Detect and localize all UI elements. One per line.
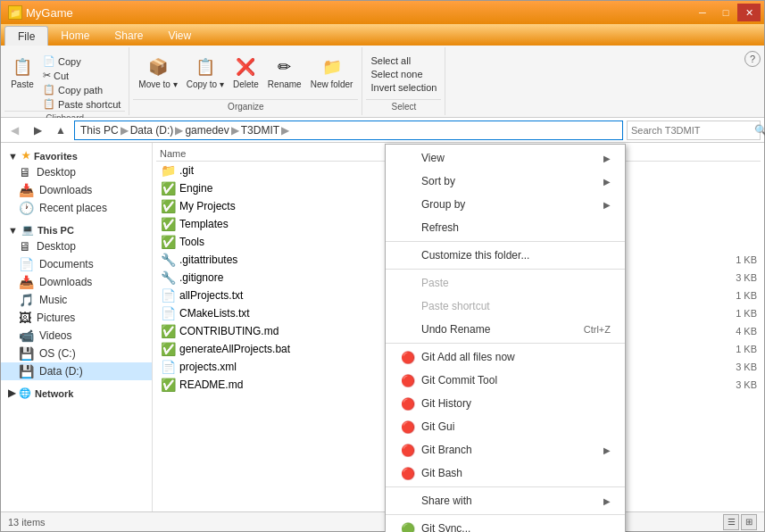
ctx-view-label: View: [421, 152, 445, 164]
ctx-git-bash[interactable]: 🔴 Git Bash: [386, 461, 625, 485]
context-menu-overlay: View ▶ Sort by ▶ Group by ▶: [1, 1, 764, 531]
ctx-git-branch-label: Git Branch: [421, 444, 472, 456]
ctx-customize-label: Customize this folder...: [421, 249, 529, 262]
ctx-git-add-icon: 🔴: [400, 349, 416, 365]
ctx-sep-1: [386, 241, 625, 242]
ctx-git-add-label: Git Add all files now: [421, 351, 515, 363]
ctx-sep-2: [386, 269, 625, 270]
ctx-git-bash-icon: 🔴: [400, 465, 416, 481]
ctx-git-history[interactable]: 🔴 Git History: [386, 392, 625, 415]
ctx-group-by[interactable]: Group by ▶: [386, 193, 625, 216]
ctx-sort-label: Sort by: [421, 175, 455, 187]
ctx-sep-4: [386, 486, 625, 487]
ctx-git-gui-icon: 🔴: [400, 419, 416, 435]
ctx-paste-shortcut-icon: [400, 298, 416, 314]
ctx-view-arrow: ▶: [603, 154, 611, 163]
ctx-view-icon: [400, 150, 416, 166]
ctx-sort-by[interactable]: Sort by ▶: [386, 170, 625, 193]
ctx-sep-3: [386, 343, 625, 344]
ctx-share-label: Share with: [421, 495, 472, 507]
ctx-git-gui[interactable]: 🔴 Git Gui: [386, 415, 625, 438]
ctx-paste-label: Paste: [421, 277, 449, 289]
ctx-undo-shortcut: Ctrl+Z: [584, 324, 611, 335]
ctx-git-add[interactable]: 🔴 Git Add all files now: [386, 345, 625, 369]
ctx-paste[interactable]: Paste: [386, 271, 625, 295]
ctx-git-sync-icon: 🟢: [400, 520, 416, 532]
ctx-paste-shortcut[interactable]: Paste shortcut: [386, 295, 625, 318]
ctx-group-icon: [400, 196, 416, 212]
ctx-group-arrow: ▶: [603, 200, 611, 210]
ctx-customize-icon: [400, 247, 416, 263]
ctx-git-branch[interactable]: 🔴 Git Branch ▶: [386, 438, 625, 461]
ctx-group-label: Group by: [421, 198, 465, 211]
context-menu: View ▶ Sort by ▶ Group by ▶: [385, 144, 626, 532]
ctx-paste-shortcut-label: Paste shortcut: [421, 300, 490, 312]
ctx-refresh-label: Refresh: [421, 221, 459, 234]
ctx-git-sync-label: Git Sync...: [421, 522, 470, 532]
ctx-git-bash-label: Git Bash: [421, 467, 462, 479]
ctx-share-icon: [400, 493, 416, 509]
window: 📁 MyGame ─ □ ✕ File Home Share View 📋 Pa…: [0, 0, 765, 532]
ctx-sep-5: [386, 514, 625, 515]
ctx-sort-icon: [400, 173, 416, 189]
ctx-paste-icon: [400, 275, 416, 291]
ctx-view[interactable]: View ▶: [386, 146, 625, 170]
ctx-share-arrow: ▶: [603, 496, 611, 506]
ctx-git-gui-label: Git Gui: [421, 420, 454, 433]
ctx-git-commit-tool[interactable]: 🔴 Git Commit Tool: [386, 369, 625, 392]
ctx-git-branch-icon: 🔴: [400, 442, 416, 458]
ctx-git-commit-tool-icon: 🔴: [400, 372, 416, 388]
ctx-refresh-icon: [400, 220, 416, 236]
ctx-refresh[interactable]: Refresh: [386, 216, 625, 239]
ctx-undo-rename[interactable]: Undo Rename Ctrl+Z: [386, 318, 625, 341]
ctx-undo-icon: [400, 321, 416, 337]
ctx-sort-arrow: ▶: [603, 177, 611, 187]
ctx-undo-label: Undo Rename: [421, 323, 490, 336]
ctx-git-sync[interactable]: 🟢 Git Sync...: [386, 517, 625, 532]
ctx-git-history-label: Git History: [421, 397, 471, 410]
ctx-customize[interactable]: Customize this folder...: [386, 244, 625, 267]
ctx-share-with[interactable]: Share with ▶: [386, 489, 625, 512]
ctx-git-commit-tool-label: Git Commit Tool: [421, 374, 497, 387]
ctx-git-branch-arrow: ▶: [603, 445, 611, 455]
ctx-git-history-icon: 🔴: [400, 395, 416, 411]
